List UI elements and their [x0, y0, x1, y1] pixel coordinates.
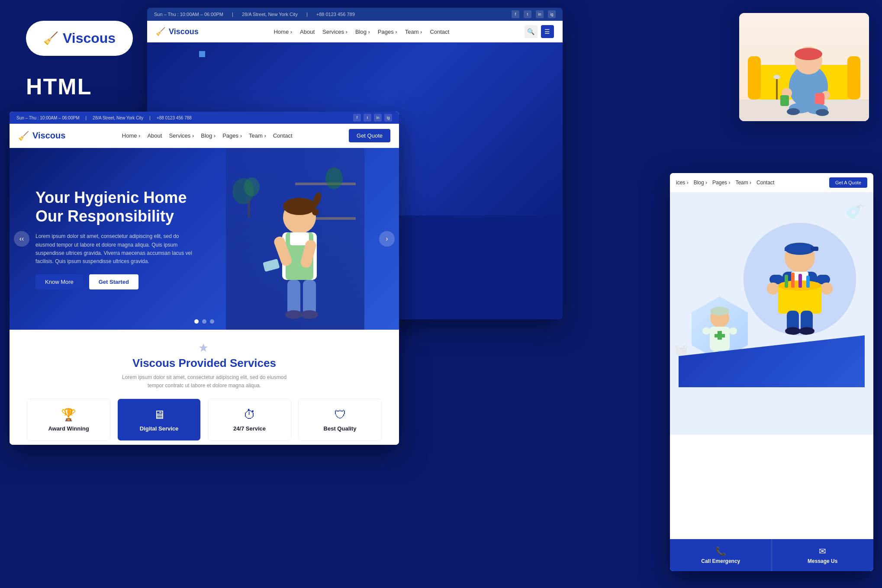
- back-nav-links: Home › About Services › Blog › Pages › T…: [274, 29, 449, 35]
- right-nav-bar: ices › Blog › Pages › Team › Contact Get…: [670, 173, 873, 193]
- svg-point-34: [301, 310, 318, 319]
- cleaning-lady-svg: [739, 13, 869, 121]
- services-subtext: Lorem ipsum dolor sit amet, consectetur …: [118, 373, 291, 390]
- hero-line2: Our Responsibility: [35, 207, 174, 225]
- instagram-icon: ig: [548, 10, 556, 18]
- back-nav-blog[interactable]: Blog ›: [355, 29, 370, 35]
- svg-rect-54: [806, 276, 810, 288]
- svg-rect-37: [248, 200, 250, 217]
- svg-point-36: [244, 177, 260, 196]
- front-browser-window: Sun – Thu : 10:00AM – 06:00PM | 28/A Str…: [10, 112, 399, 445]
- slider-prev-button[interactable]: ‹‹: [14, 231, 29, 247]
- right-nav-blog[interactable]: Blog ›: [694, 180, 707, 186]
- svg-point-22: [283, 198, 316, 215]
- back-nav-home[interactable]: Home ›: [274, 29, 292, 35]
- right-nav-team[interactable]: Team ›: [735, 180, 751, 186]
- svg-rect-64: [702, 328, 710, 334]
- award-title: Award Winning: [48, 425, 89, 432]
- award-icon: 🏆: [61, 408, 76, 422]
- slider-dot-1[interactable]: [194, 319, 199, 324]
- search-icon-button[interactable]: 🔍: [525, 25, 538, 38]
- services-section: Viscous Provided Services Lorem ipsum do…: [10, 330, 399, 445]
- front-ig-icon: ig: [384, 114, 392, 122]
- front-nav-team[interactable]: Team ›: [249, 132, 266, 139]
- service-card-quality[interactable]: 🛡 Best Quality: [298, 398, 382, 441]
- get-started-button[interactable]: Get Started: [89, 274, 138, 289]
- svg-rect-31: [287, 280, 300, 315]
- right-nav-pages[interactable]: Pages ›: [712, 180, 730, 186]
- slider-next-button[interactable]: ›: [379, 231, 395, 247]
- right-nav-contact[interactable]: Contact: [756, 180, 774, 186]
- svg-point-48: [821, 283, 833, 295]
- call-emergency-button[interactable]: 📞 Call Emergency: [670, 539, 772, 571]
- blue-square-decor: [199, 51, 205, 57]
- right-nav-services[interactable]: ices ›: [676, 180, 689, 186]
- get-quote-button[interactable]: Get Quote: [349, 129, 390, 142]
- svg-rect-42: [811, 247, 818, 251]
- svg-point-47: [767, 283, 779, 295]
- svg-rect-53: [798, 274, 802, 288]
- svg-rect-9: [780, 95, 789, 106]
- slider-dot-2[interactable]: [202, 319, 206, 324]
- back-nav-team[interactable]: Team ›: [405, 29, 422, 35]
- back-nav-icons: 🔍 ☰: [525, 25, 554, 38]
- main-cleaner-svg: [744, 223, 856, 335]
- call-emergency-label: Call Emergency: [701, 558, 740, 564]
- hero-person-visual: [226, 148, 364, 330]
- back-nav-about[interactable]: About: [300, 29, 315, 35]
- digital-icon: 🖥: [153, 408, 165, 422]
- html-label: HTML: [26, 74, 92, 100]
- time-title: 24/7 Service: [233, 425, 266, 432]
- svg-point-23: [312, 209, 319, 215]
- front-nav-pages[interactable]: Pages ›: [222, 132, 242, 139]
- get-a-quote-button[interactable]: Get A Quote: [829, 177, 867, 188]
- svg-rect-65: [729, 328, 737, 334]
- front-nav-contact[interactable]: Contact: [273, 132, 293, 139]
- address-info: 28/A Street, New York City: [242, 12, 298, 17]
- know-more-button[interactable]: Know More: [35, 274, 83, 289]
- quality-title: Best Quality: [324, 425, 357, 432]
- svg-rect-18: [295, 183, 356, 185]
- service-card-24h[interactable]: ⏱ 24/7 Service: [208, 398, 291, 441]
- front-nav-links: Home › About Services › Blog › Pages › T…: [122, 132, 293, 139]
- hero-line1: Your Hygienic Home: [35, 189, 187, 206]
- logo-icon: 🧹: [43, 31, 58, 45]
- service-cards: 🏆 Award Winning 🖥 Digital Service ⏱ 24/7…: [27, 398, 382, 441]
- back-nav-services[interactable]: Services ›: [322, 29, 348, 35]
- back-nav-logo: 🧹 Viscous: [156, 27, 199, 36]
- front-hero-slider: Your Hygienic Home Our Responsibility Lo…: [10, 148, 399, 330]
- svg-point-57: [785, 327, 801, 335]
- back-nav-pages[interactable]: Pages ›: [378, 29, 397, 35]
- front-logo-icon: 🧹: [18, 131, 29, 141]
- back-brand-name: Viscous: [169, 27, 199, 36]
- front-nav-services[interactable]: Services ›: [169, 132, 194, 139]
- services-section-tag: [27, 343, 382, 353]
- cleaning-lady-image: [739, 13, 869, 121]
- services-heading: Viscous Provided Services: [27, 357, 382, 370]
- svg-point-60: [710, 307, 729, 315]
- front-nav-home[interactable]: Home ›: [122, 132, 141, 139]
- svg-point-16: [773, 75, 780, 79]
- service-card-digital[interactable]: 🖥 Digital Service: [117, 398, 201, 441]
- front-nav-about[interactable]: About: [147, 132, 162, 139]
- time-icon: ⏱: [244, 408, 256, 422]
- front-nav-blog[interactable]: Blog ›: [201, 132, 216, 139]
- main-cleaner-circle: [744, 223, 856, 335]
- services-section-icon: [198, 343, 209, 353]
- service-card-award[interactable]: 🏆 Award Winning: [27, 398, 110, 441]
- hero-body-text: Lorem ipsum dolor sit amet, consectetur …: [35, 232, 200, 266]
- facebook-icon: f: [512, 10, 519, 18]
- logo-card: 🧹 Viscous: [26, 21, 133, 56]
- svg-point-58: [799, 327, 814, 335]
- front-phone: +88 0123 456 788: [157, 116, 192, 120]
- message-us-button[interactable]: ✉ Message Us: [772, 539, 874, 571]
- twitter-icon: t: [524, 10, 531, 18]
- front-li-icon: in: [374, 114, 382, 122]
- menu-icon-button[interactable]: ☰: [541, 25, 554, 38]
- phone-icon: 📞: [715, 546, 726, 556]
- slider-dot-3[interactable]: [210, 319, 214, 324]
- svg-rect-10: [815, 93, 824, 105]
- top-right-image-card: [739, 13, 869, 121]
- quality-icon: 🛡: [334, 408, 346, 422]
- back-nav-contact[interactable]: Contact: [430, 29, 449, 35]
